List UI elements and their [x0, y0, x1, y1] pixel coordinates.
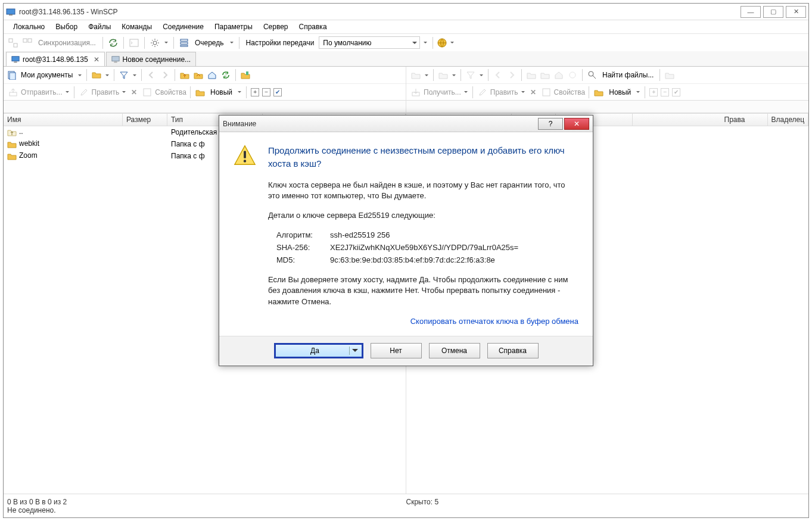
r-edit-icon[interactable] [477, 86, 489, 98]
dialog-close-button[interactable]: ✕ [564, 118, 589, 130]
left-path-bar[interactable] [4, 100, 406, 113]
forward-icon[interactable] [159, 69, 171, 81]
menu-connection[interactable]: Соединение [158, 21, 209, 32]
new-dd[interactable] [237, 86, 242, 98]
queue-dropdown[interactable] [229, 37, 235, 49]
rcol-owner[interactable]: Владелец [768, 114, 809, 126]
r-new-dd[interactable] [635, 86, 641, 98]
menu-commands[interactable]: Команды [117, 21, 157, 32]
find-files-label[interactable]: Найти файлы... [600, 71, 656, 79]
open-folder-dd[interactable] [104, 69, 110, 81]
right-path-bar[interactable] [406, 100, 808, 113]
r-root-icon[interactable] [539, 69, 551, 81]
transfer-preset-combo[interactable]: По умолчанию [319, 36, 420, 49]
r-edit-dd[interactable] [520, 86, 526, 98]
help-button[interactable]: Справка [487, 343, 539, 358]
back-icon[interactable] [145, 69, 157, 81]
root-folder-icon[interactable] [192, 69, 204, 81]
r-forward-icon[interactable] [506, 69, 518, 81]
queue-icon[interactable] [178, 37, 190, 49]
r-home-icon[interactable] [553, 69, 565, 81]
props-label[interactable]: Свойства [155, 88, 186, 96]
filter-icon[interactable] [118, 69, 130, 81]
r-back-icon[interactable] [492, 69, 504, 81]
close-button[interactable]: ✕ [786, 6, 806, 18]
new-folder-icon[interactable] [194, 86, 206, 98]
download-icon[interactable] [410, 86, 422, 98]
col-name[interactable]: Имя [4, 114, 123, 126]
browse-sync-icon[interactable] [107, 37, 119, 49]
terminal-icon[interactable] [128, 37, 140, 49]
menu-options[interactable]: Параметры [210, 21, 257, 32]
menu-help[interactable]: Справка [294, 21, 331, 32]
col-size[interactable]: Размер [123, 114, 167, 126]
tab-new-session[interactable]: Новое соединение... [106, 52, 197, 66]
location-label[interactable]: Мои документы [18, 71, 75, 79]
r-check-button[interactable]: ✔ [672, 88, 680, 96]
up-folder-icon[interactable] [179, 69, 191, 81]
send-label[interactable]: Отправить... [21, 88, 63, 96]
cancel-button[interactable]: Отмена [429, 343, 480, 358]
globe-dropdown[interactable] [449, 37, 455, 49]
plus-button[interactable]: + [251, 88, 259, 96]
r-open-icon[interactable] [437, 69, 449, 81]
gear-icon[interactable] [149, 37, 161, 49]
copy-fingerprint-link[interactable]: Скопировать отпечаток ключа в буфер обме… [268, 316, 578, 327]
minus-button[interactable]: − [262, 88, 270, 96]
tab-close-icon[interactable]: ✕ [94, 55, 99, 64]
recv-label[interactable]: Получить... [424, 88, 461, 96]
refresh-icon[interactable] [220, 69, 232, 81]
tab-session-active[interactable]: root@31.148.96.135 ✕ [6, 52, 105, 66]
gear-dropdown[interactable] [163, 37, 169, 49]
minimize-button[interactable]: — [741, 6, 761, 18]
filter-dd[interactable] [132, 69, 138, 81]
remote-location-dd[interactable] [424, 69, 430, 81]
transfer-preset-dropdown[interactable] [422, 37, 428, 49]
send-dd[interactable] [64, 86, 70, 98]
sync-label[interactable]: Синхронизация... [36, 39, 98, 47]
r-up-icon[interactable] [525, 69, 537, 81]
edit-label[interactable]: Править [92, 88, 120, 96]
dialog-help-button[interactable]: ? [538, 118, 563, 130]
sync2-icon[interactable] [21, 37, 33, 49]
r-delete-x[interactable]: ✕ [528, 88, 539, 96]
yes-button[interactable]: Да [274, 343, 363, 358]
recv-dd[interactable] [463, 86, 469, 98]
menubar: Локально Выбор Файлы Команды Соединение … [4, 20, 808, 33]
r-new-icon[interactable] [593, 86, 605, 98]
check-button[interactable]: ✔ [273, 88, 282, 96]
edit-icon[interactable] [78, 86, 90, 98]
globe-icon[interactable] [437, 38, 447, 48]
menu-server[interactable]: Сервер [259, 21, 293, 32]
no-button[interactable]: Нет [371, 343, 422, 358]
r-refresh-icon[interactable] [567, 69, 578, 81]
edit-dd[interactable] [121, 86, 127, 98]
dialog-p1: Ключ хоста сервера не был найден в кэше,… [268, 180, 578, 202]
sync-icon[interactable] [7, 37, 19, 49]
new-label[interactable]: Новый [208, 88, 235, 96]
r-new-label[interactable]: Новый [606, 88, 633, 96]
rcol-rights[interactable]: Права [721, 114, 768, 126]
queue-label[interactable]: Очередь [192, 39, 226, 47]
location-dropdown[interactable] [77, 69, 83, 81]
r-bookmark-icon[interactable] [664, 69, 676, 81]
r-filter-dd[interactable] [478, 69, 484, 81]
props-icon[interactable] [141, 86, 153, 98]
delete-x[interactable]: ✕ [129, 88, 139, 96]
menu-local[interactable]: Локально [8, 21, 49, 32]
r-plus-button[interactable]: + [649, 88, 658, 96]
bookmark-icon[interactable] [239, 69, 251, 81]
r-minus-button[interactable]: − [661, 88, 669, 96]
r-filter-icon[interactable] [465, 69, 477, 81]
open-folder-icon[interactable] [91, 69, 102, 81]
home-icon[interactable] [206, 69, 218, 81]
find-files-icon[interactable] [586, 69, 598, 81]
menu-select[interactable]: Выбор [51, 21, 82, 32]
r-props-icon[interactable] [540, 86, 552, 98]
r-edit-label[interactable]: Править [490, 88, 518, 96]
upload-icon[interactable] [7, 86, 19, 98]
r-props-label[interactable]: Свойства [554, 88, 586, 96]
r-open-dd[interactable] [451, 69, 457, 81]
menu-files[interactable]: Файлы [83, 21, 116, 32]
maximize-button[interactable]: ▢ [763, 6, 783, 18]
